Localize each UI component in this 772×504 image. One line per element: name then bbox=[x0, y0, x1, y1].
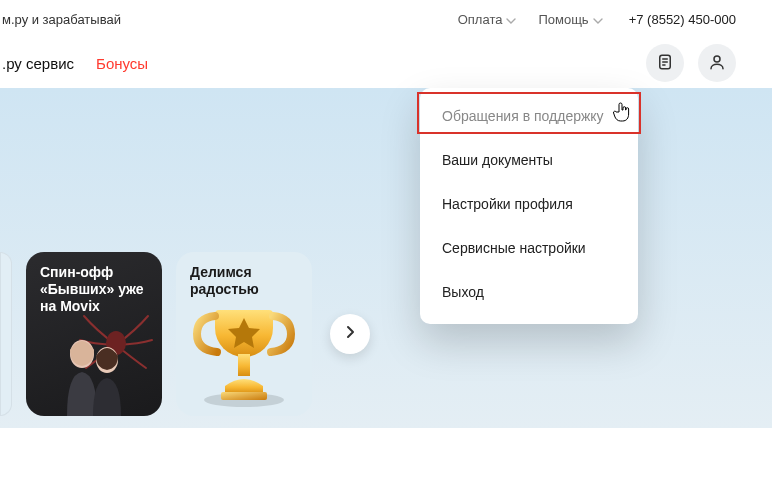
nav-bonus-link[interactable]: Бонусы bbox=[96, 55, 148, 72]
menu-item-profile-settings[interactable]: Настройки профиля bbox=[420, 182, 638, 226]
promo-cards-row: Спин-офф «Бывших» уже на Movix Делимс bbox=[0, 252, 370, 416]
phone-number[interactable]: +7 (8552) 450-000 bbox=[629, 12, 736, 27]
help-label: Помощь bbox=[538, 12, 588, 27]
menu-item-support[interactable]: Обращения в поддержку bbox=[420, 94, 638, 138]
promo-card-movix[interactable]: Спин-офф «Бывших» уже на Movix bbox=[26, 252, 162, 416]
profile-dropdown-menu: Обращения в поддержку Ваши документы Нас… bbox=[420, 88, 638, 324]
svg-rect-6 bbox=[238, 354, 250, 376]
menu-item-logout[interactable]: Выход bbox=[420, 270, 638, 314]
document-icon bbox=[656, 53, 674, 74]
profile-icon bbox=[708, 53, 726, 74]
profile-button[interactable] bbox=[698, 44, 736, 82]
topbar-pay-dropdown[interactable]: Оплата bbox=[458, 12, 517, 27]
menu-item-documents[interactable]: Ваши документы bbox=[420, 138, 638, 182]
top-utility-bar: м.ру и зарабатывай Оплата Помощь +7 (855… bbox=[0, 0, 772, 38]
trophy-icon bbox=[189, 288, 299, 408]
card-artwork bbox=[26, 316, 162, 416]
nav-service-link[interactable]: .ру сервис bbox=[0, 55, 74, 72]
pay-label: Оплата bbox=[458, 12, 503, 27]
svg-point-1 bbox=[714, 56, 720, 62]
chevron-down-icon bbox=[506, 12, 516, 27]
chevron-down-icon bbox=[593, 12, 603, 27]
main-nav: .ру сервис Бонусы bbox=[0, 38, 772, 88]
svg-rect-7 bbox=[221, 392, 267, 400]
menu-item-service-settings[interactable]: Сервисные настройки bbox=[420, 226, 638, 270]
promo-card-joy[interactable]: Делимся радостью bbox=[176, 252, 312, 416]
promo-link[interactable]: м.ру и зарабатывай bbox=[0, 12, 121, 27]
card-title: Спин-офф «Бывших» уже на Movix bbox=[40, 264, 148, 314]
carousel-next-button[interactable] bbox=[330, 314, 370, 354]
documents-button[interactable] bbox=[646, 44, 684, 82]
chevron-right-icon bbox=[344, 325, 356, 343]
promo-card-partial[interactable] bbox=[0, 252, 12, 416]
topbar-help-dropdown[interactable]: Помощь bbox=[538, 12, 602, 27]
